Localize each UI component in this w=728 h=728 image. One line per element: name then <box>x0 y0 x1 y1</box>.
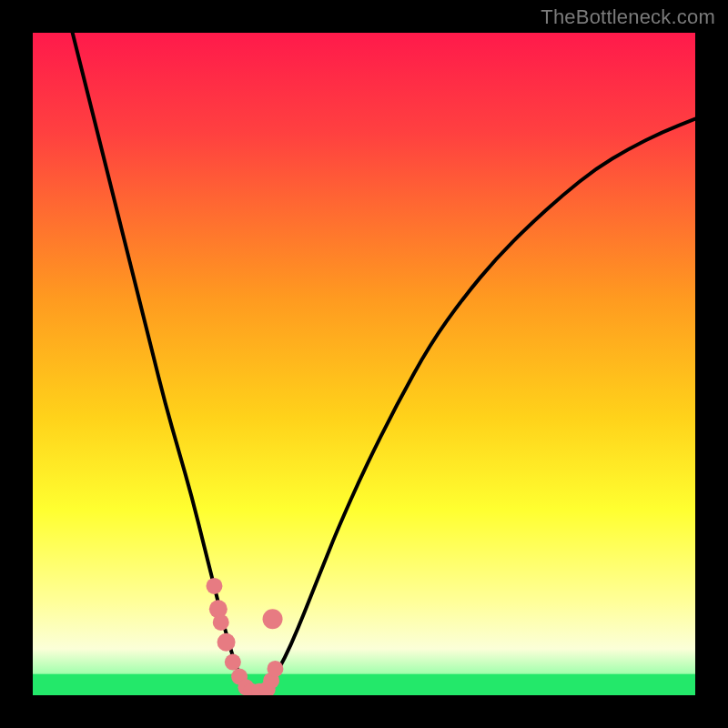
curve-marker <box>206 578 222 594</box>
plot-area <box>33 33 695 695</box>
chart-frame: TheBottleneck.com <box>0 0 728 728</box>
curve-marker <box>263 609 283 629</box>
bottleneck-chart <box>33 33 695 695</box>
curve-marker <box>217 633 236 652</box>
curve-marker <box>213 614 229 631</box>
curve-marker <box>267 661 283 677</box>
optimal-band <box>33 674 695 695</box>
curve-marker <box>225 654 241 671</box>
watermark-text: TheBottleneck.com <box>541 5 715 29</box>
gradient-background <box>33 33 695 695</box>
